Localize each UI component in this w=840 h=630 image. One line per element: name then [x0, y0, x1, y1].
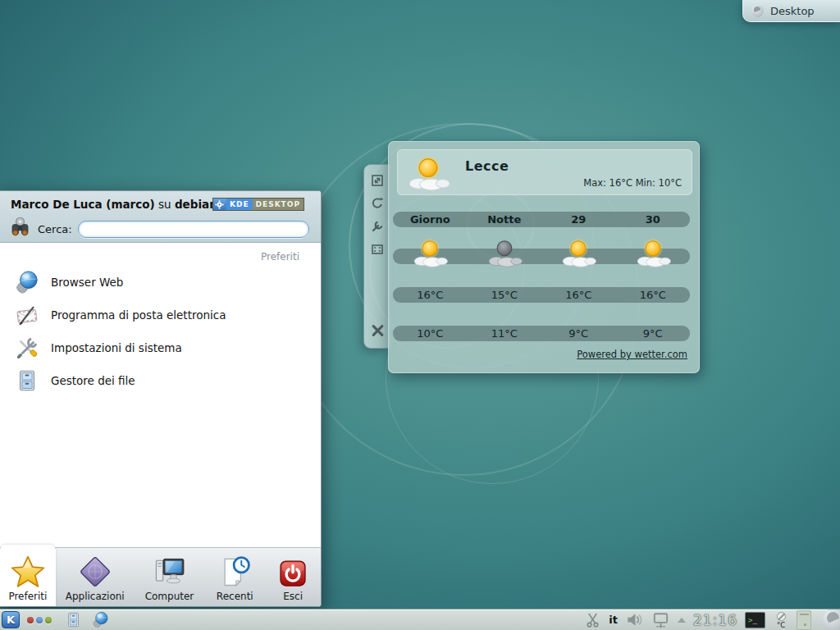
- search-label: Cerca:: [38, 223, 72, 235]
- weather-unit-label: °C: [777, 622, 785, 628]
- night-temp: 9°C: [541, 327, 616, 340]
- desktop-toolbox-label: Desktop: [770, 5, 815, 17]
- tab-label: Computer: [145, 591, 194, 602]
- computer-icon: [151, 554, 187, 590]
- sun-cloud-icon: [559, 237, 597, 268]
- badge-desktop-label: DESKTOP: [253, 199, 304, 209]
- maximize-button[interactable]: [370, 241, 386, 257]
- mail-icon: [15, 303, 39, 327]
- close-widget-button[interactable]: [370, 322, 386, 338]
- panel-cashew-icon[interactable]: [822, 609, 840, 630]
- favorite-file-manager[interactable]: Gestore dei file: [0, 364, 321, 397]
- kmenu-button[interactable]: K: [2, 611, 20, 628]
- column-label: Notte: [468, 213, 542, 226]
- tab-label: Recenti: [217, 591, 253, 602]
- desktop: Desktop Lecce Max: 16°C Min: 10°C Giorno…: [0, 0, 840, 630]
- rotate-button[interactable]: [370, 195, 386, 211]
- column-label: 29: [541, 213, 616, 226]
- favorite-system-settings[interactable]: Impostazioni di sistema: [0, 331, 321, 364]
- recent-document-icon: [217, 554, 253, 590]
- system-tray: it 21:16 >_ °C: [584, 609, 840, 630]
- file-cabinet-icon: [15, 368, 39, 393]
- volume-icon[interactable]: [625, 610, 644, 629]
- day-temp: 16°C: [616, 289, 691, 301]
- activity-dot-green[interactable]: [45, 617, 52, 623]
- weather-widget: Lecce Max: 16°C Min: 10°C Giorno Notte 2…: [388, 141, 700, 373]
- kickoff-user-title: Marco De Luca (marco) su debian: [11, 198, 217, 211]
- tab-applicazioni[interactable]: Applicazioni: [56, 548, 135, 606]
- day-temp: 16°C: [393, 289, 468, 301]
- taskbar-panel: K it 21:16: [0, 609, 840, 630]
- favorite-label: Impostazioni di sistema: [51, 341, 182, 354]
- weather-day-temps-row: 16°C 15°C 16°C 16°C: [393, 287, 690, 303]
- favorite-browser-web[interactable]: Browser Web: [0, 266, 321, 299]
- widget-handle[interactable]: [363, 164, 390, 349]
- browser-launcher-icon[interactable]: [92, 611, 109, 628]
- tab-recenti[interactable]: Recenti: [204, 548, 265, 606]
- tab-label: Applicazioni: [66, 591, 125, 602]
- favorite-label: Gestore dei file: [51, 374, 135, 387]
- no-data-icon: [777, 612, 786, 621]
- host-name: debian: [175, 198, 217, 211]
- user-name: Marco De Luca (marco): [11, 198, 155, 211]
- sun-cloud-icon: [634, 237, 672, 268]
- section-label: Preferiti: [0, 244, 321, 266]
- favorite-label: Browser Web: [51, 276, 123, 289]
- search-input[interactable]: [78, 221, 309, 238]
- favorite-label: Programma di posta elettronica: [51, 308, 226, 322]
- column-label: Giorno: [393, 213, 468, 226]
- tab-esci[interactable]: Esci: [265, 548, 321, 606]
- globe-gear-icon: [15, 270, 39, 294]
- weather-night-temps-row: 10°C 11°C 9°C 9°C: [393, 326, 690, 341]
- day-temp: 16°C: [541, 289, 616, 301]
- kickoff-favorites-panel: Preferiti Browser Web Programma di posta…: [0, 244, 321, 547]
- column-label: 30: [616, 213, 691, 226]
- file-manager-launcher-icon[interactable]: [65, 611, 82, 628]
- tab-label: Preferiti: [8, 591, 47, 602]
- weather-header: Lecce Max: 16°C Min: 10°C: [397, 149, 692, 195]
- weather-tray-icon[interactable]: °C: [773, 612, 789, 628]
- activity-dot-blue[interactable]: [36, 617, 43, 623]
- favorite-mail-client[interactable]: Programma di posta elettronica: [0, 299, 321, 331]
- configure-button[interactable]: [370, 218, 386, 234]
- digital-clock[interactable]: 21:16: [693, 612, 737, 628]
- terminal-tray-icon[interactable]: >_: [745, 612, 765, 628]
- diamond-icon: [77, 554, 113, 590]
- wetter-credit-link[interactable]: Powered by wetter.com: [577, 349, 687, 360]
- kde-desktop-badge: KDE DESKTOP: [212, 198, 304, 211]
- day-temp: 15°C: [468, 289, 542, 301]
- kickoff-menu: Marco De Luca (marco) su debian KDE DESK…: [0, 190, 322, 607]
- night-temp: 10°C: [393, 327, 468, 340]
- night-temp: 9°C: [616, 327, 691, 340]
- badge-kde-label: KDE: [226, 199, 253, 210]
- tab-label: Esci: [283, 591, 303, 602]
- activity-dot-red[interactable]: [27, 617, 34, 623]
- weather-columns-row: Giorno Notte 29 30: [393, 212, 690, 227]
- kickoff-header: Marco De Luca (marco) su debian KDE DESK…: [0, 191, 321, 243]
- klipper-scissors-icon[interactable]: [584, 611, 601, 628]
- weather-icons-row: [393, 237, 690, 268]
- network-monitor-icon[interactable]: [651, 610, 670, 629]
- search-binoculars-icon: [8, 216, 32, 243]
- cashew-icon: [751, 5, 764, 17]
- panel-launchers: K: [0, 611, 109, 628]
- kde-logo-icon: [213, 199, 226, 210]
- tab-computer[interactable]: Computer: [135, 548, 205, 606]
- resize-button[interactable]: [370, 172, 386, 188]
- title-connector: su: [155, 198, 175, 211]
- weather-city: Lecce: [465, 158, 509, 174]
- desktop-toolbox[interactable]: Desktop: [742, 0, 840, 22]
- power-icon: [276, 557, 309, 590]
- kickoff-search-row: Cerca:: [8, 216, 309, 243]
- tools-icon: [15, 336, 39, 360]
- sun-cloud-icon: [411, 237, 449, 268]
- star-icon: [10, 554, 46, 590]
- panel-widget-strip[interactable]: [797, 610, 811, 630]
- tray-expander-arrow[interactable]: [678, 618, 686, 623]
- tab-preferiti[interactable]: Preferiti: [0, 545, 56, 606]
- activity-dots: [27, 617, 52, 623]
- keyboard-layout-indicator[interactable]: it: [609, 614, 618, 626]
- weather-maxmin: Max: 16°C Min: 10°C: [583, 177, 682, 189]
- sun-cloud-icon: [404, 154, 452, 195]
- moon-cloud-icon: [486, 237, 523, 268]
